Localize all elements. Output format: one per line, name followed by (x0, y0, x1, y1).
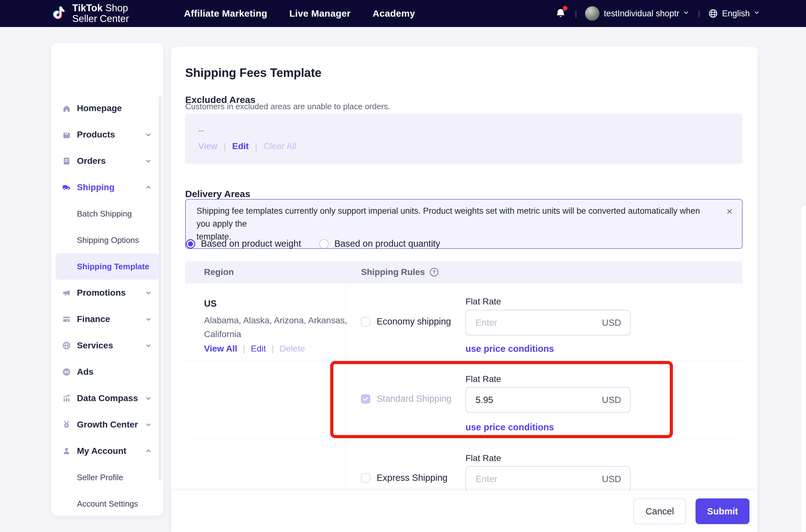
chevron-down-icon (145, 394, 153, 402)
submit-button[interactable]: Submit (695, 498, 749, 524)
sidebar-item-label: Products (77, 130, 115, 140)
use-price-conditions-link[interactable]: use price conditions (465, 422, 554, 433)
sidebar-item-label: Promotions (77, 288, 126, 298)
my-account-person-icon (62, 446, 71, 456)
chevron-down-icon (145, 421, 153, 429)
shipping-truck-icon (62, 183, 71, 192)
brand-wordmark: TikTok Shop Seller Center (72, 3, 129, 24)
radio-based-on-product-weight[interactable]: Based on product weight (186, 239, 301, 249)
sidebar-item-label: Data Compass (77, 393, 138, 403)
sidebar-item-seller-profile[interactable]: Seller Profile (51, 464, 163, 491)
sidebar-item-shipping-template[interactable]: Shipping Template (56, 253, 159, 280)
sidebar-item-account-settings[interactable]: Account Settings (51, 491, 163, 516)
excluded-areas-value: -- (198, 126, 204, 135)
notice-text: Shipping fee templates currently only su… (196, 206, 700, 228)
sidebar-item-ads[interactable]: AD Ads (51, 359, 163, 385)
chevron-down-icon[interactable] (753, 9, 761, 19)
sidebar-item-label: Growth Center (77, 420, 138, 430)
excluded-areas-links: View | Edit | Clear All (198, 141, 296, 151)
sidebar-item-growth-center[interactable]: Growth Center (51, 412, 163, 438)
sidebar-item-promotions[interactable]: Promotions (51, 280, 163, 306)
language-selector[interactable]: English (722, 9, 750, 19)
checkbox-unchecked[interactable] (361, 317, 370, 326)
chevron-down-icon (145, 341, 153, 350)
finance-card-icon (62, 315, 71, 324)
sidebar-item-label: Finance (77, 314, 110, 324)
user-name[interactable]: testIndividual shoptr (604, 9, 679, 19)
express-rate-field: USD (465, 466, 631, 492)
chevron-up-icon (145, 447, 153, 455)
rate-basis-options: Based on product weight Based on product… (186, 239, 440, 249)
shipping-option-label: Express Shipping (377, 473, 447, 483)
checkbox-unchecked[interactable] (361, 473, 370, 483)
page-scrollbar[interactable] (801, 206, 806, 532)
nav-affiliate-marketing[interactable]: Affiliate Marketing (184, 8, 267, 19)
avatar[interactable] (585, 6, 599, 21)
express-shipping-option[interactable]: Express Shipping (361, 473, 447, 483)
sidebar-item-label: Services (77, 341, 113, 350)
sidebar-item-shipping[interactable]: Shipping (51, 174, 163, 201)
sidebar-item-my-account[interactable]: My Account (51, 438, 163, 464)
chevron-down-icon[interactable] (682, 9, 690, 19)
edit-link[interactable]: Edit (232, 141, 249, 151)
chevron-down-icon (145, 289, 153, 297)
top-right-controls: | testIndividual shoptr | English (555, 6, 761, 21)
ads-badge-text: AD (64, 370, 69, 374)
tiktok-seller-center-screen: TikTok Shop Seller Center Affiliate Mark… (0, 0, 806, 532)
express-rate-input[interactable] (475, 474, 597, 484)
sidebar-item-batch-shipping[interactable]: Batch Shipping (51, 201, 163, 227)
nav-academy[interactable]: Academy (372, 8, 415, 19)
promotions-megaphone-icon (62, 288, 71, 298)
checkbox-checked[interactable] (361, 394, 370, 404)
brand-logo[interactable]: TikTok Shop Seller Center (53, 3, 129, 24)
cancel-button[interactable]: Cancel (633, 498, 686, 524)
link-divider: | (255, 141, 257, 151)
chevron-down-icon (145, 131, 153, 139)
delivery-areas-heading: Delivery Areas (185, 189, 250, 199)
shipping-rules-header-label: Shipping Rules (361, 267, 425, 277)
main-content-card: Shipping Fees Template Excluded Areas Cu… (171, 46, 758, 532)
radio-label: Based on product quantity (334, 239, 440, 249)
sidebar-scrollbar[interactable] (158, 96, 161, 481)
sidebar-item-label: Shipping (77, 182, 115, 192)
page-title: Shipping Fees Template (185, 66, 321, 80)
chevron-down-icon (145, 157, 153, 165)
economy-shipping-option[interactable]: Economy shipping (361, 316, 451, 327)
top-navbar: TikTok Shop Seller Center Affiliate Mark… (0, 0, 806, 27)
table-header-row: Region Shipping Rules ? (185, 262, 743, 283)
question-circle-icon[interactable]: ? (429, 267, 439, 277)
header-divider: | (698, 9, 700, 18)
sidebar-item-data-compass[interactable]: Data Compass (51, 385, 163, 412)
radio-based-on-product-quantity[interactable]: Based on product quantity (319, 239, 440, 249)
radio-unselected-icon (319, 239, 329, 249)
clear-all-link[interactable]: Clear All (264, 141, 296, 151)
sidebar-item-services[interactable]: Services (51, 332, 163, 359)
sidebar-item-label: Homepage (77, 103, 122, 113)
economy-shipping-row: Economy shipping Flat Rate USD use price… (185, 283, 743, 361)
close-icon[interactable]: × (726, 205, 732, 217)
shipping-rules-column-header: Shipping Rules ? (361, 267, 439, 277)
shipping-option-label: Standard Shipping (377, 394, 452, 404)
ads-icon: AD (62, 367, 71, 377)
sidebar-item-homepage[interactable]: Homepage (51, 95, 163, 121)
flat-rate-label: Flat Rate (465, 374, 501, 384)
products-bag-icon (62, 130, 71, 139)
nav-live-manager[interactable]: Live Manager (289, 8, 350, 19)
standard-rate-input[interactable] (475, 395, 597, 405)
notifications-bell-icon[interactable] (555, 7, 567, 20)
chevron-down-icon (145, 315, 153, 323)
sidebar-item-shipping-options[interactable]: Shipping Options (51, 227, 163, 253)
sidebar-item-products[interactable]: Products (51, 121, 163, 148)
link-divider: | (224, 141, 226, 151)
flat-rate-label: Flat Rate (465, 297, 501, 307)
use-price-conditions-link[interactable]: use price conditions (465, 344, 554, 354)
economy-rate-input[interactable] (475, 317, 597, 328)
brand-tiktok: TikTok (72, 2, 103, 14)
standard-shipping-option[interactable]: Standard Shipping (361, 394, 452, 404)
currency-label: USD (602, 395, 621, 405)
sidebar-item-orders[interactable]: Orders (51, 148, 163, 174)
sidebar-item-finance[interactable]: Finance (51, 306, 163, 332)
notification-dot (563, 6, 568, 11)
view-link[interactable]: View (198, 141, 217, 151)
action-footer: Cancel Submit (171, 491, 758, 532)
